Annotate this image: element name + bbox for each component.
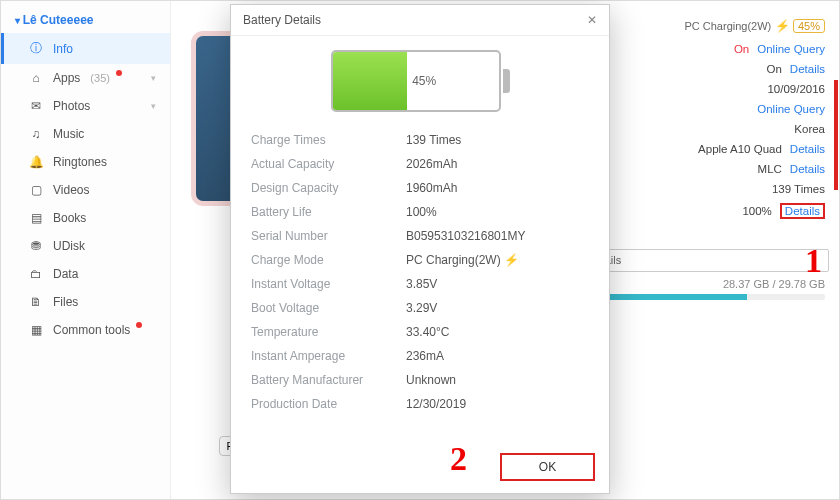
modal-row-battery-life: Battery Life100%: [251, 200, 589, 224]
modal-row-label: Charge Mode: [251, 253, 406, 267]
modal-row-design-capacity: Design Capacity1960mAh: [251, 176, 589, 200]
modal-row-value: 236mA: [406, 349, 444, 363]
modal-row-actual-capacity: Actual Capacity2026mAh: [251, 152, 589, 176]
modal-row-temperature: Temperature33.40°C: [251, 320, 589, 344]
modal-row-boot-voltage: Boot Voltage3.29V: [251, 296, 589, 320]
modal-title: Battery Details: [243, 13, 321, 27]
right-red-edge: [834, 80, 838, 190]
modal-row-label: Serial Number: [251, 229, 406, 243]
modal-row-value: 2026mAh: [406, 157, 457, 171]
modal-row-label: Charge Times: [251, 133, 406, 147]
modal-row-label: Boot Voltage: [251, 301, 406, 315]
modal-row-charge-mode: Charge ModePC Charging(2W) ⚡: [251, 248, 589, 272]
battery-pct-text: 45%: [412, 74, 436, 88]
modal-backdrop: Battery Details ✕ 45% Charge Times139 Ti…: [0, 0, 840, 500]
battery-cap-icon: [503, 69, 510, 93]
modal-row-instant-amperage: Instant Amperage236mA: [251, 344, 589, 368]
modal-row-label: Instant Voltage: [251, 277, 406, 291]
modal-row-production-date: Production Date12/30/2019: [251, 392, 589, 416]
close-icon[interactable]: ✕: [587, 13, 597, 27]
battery-body: 45%: [331, 50, 501, 112]
modal-row-label: Instant Amperage: [251, 349, 406, 363]
modal-row-label: Temperature: [251, 325, 406, 339]
battery-fill: [333, 52, 408, 110]
modal-row-label: Battery Life: [251, 205, 406, 219]
modal-body: Charge Times139 TimesActual Capacity2026…: [231, 124, 609, 445]
modal-row-value: 33.40°C: [406, 325, 450, 339]
modal-row-value: PC Charging(2W) ⚡: [406, 253, 519, 267]
modal-row-charge-times: Charge Times139 Times: [251, 128, 589, 152]
modal-row-label: Battery Manufacturer: [251, 373, 406, 387]
modal-row-battery-manufacturer: Battery ManufacturerUnknown: [251, 368, 589, 392]
modal-row-value: 3.85V: [406, 277, 437, 291]
modal-row-label: Design Capacity: [251, 181, 406, 195]
modal-row-value: 100%: [406, 205, 437, 219]
modal-row-label: Production Date: [251, 397, 406, 411]
battery-details-modal: Battery Details ✕ 45% Charge Times139 Ti…: [230, 4, 610, 494]
modal-row-serial-number: Serial NumberB05953103216801MY: [251, 224, 589, 248]
modal-titlebar: Battery Details ✕: [231, 5, 609, 36]
modal-row-value: 139 Times: [406, 133, 461, 147]
modal-row-value: 1960mAh: [406, 181, 457, 195]
modal-row-label: Actual Capacity: [251, 157, 406, 171]
bolt-icon: ⚡: [504, 253, 519, 267]
modal-row-value: Unknown: [406, 373, 456, 387]
modal-row-value: 12/30/2019: [406, 397, 466, 411]
ok-button[interactable]: OK: [500, 453, 595, 481]
modal-footer: OK: [231, 445, 609, 493]
modal-row-instant-voltage: Instant Voltage3.85V: [251, 272, 589, 296]
modal-row-value: 3.29V: [406, 301, 437, 315]
battery-visual: 45%: [231, 36, 609, 124]
modal-row-value: B05953103216801MY: [406, 229, 525, 243]
